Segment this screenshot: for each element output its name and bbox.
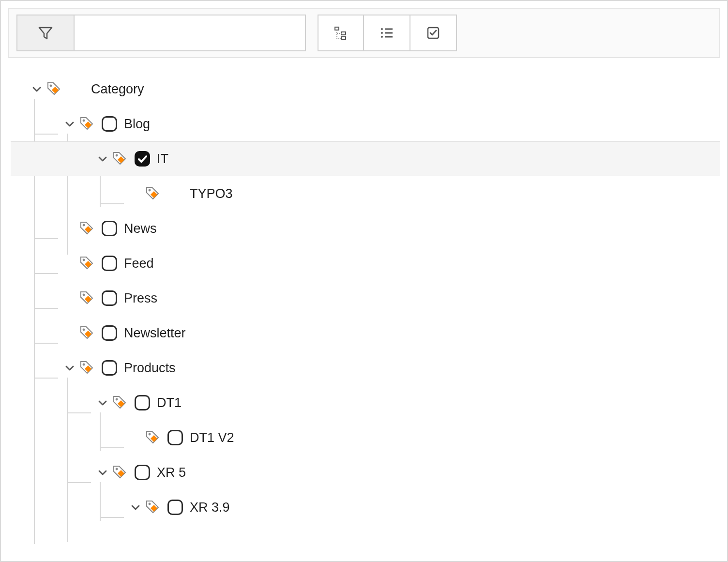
tree-node-label: XR 5 xyxy=(157,465,186,480)
tag-icon xyxy=(145,500,161,515)
tree-node-label: DT1 V2 xyxy=(190,430,234,445)
chevron-down-icon[interactable] xyxy=(30,82,44,96)
view-button-group xyxy=(318,15,457,51)
tree-node-xr5[interactable]: XR 5 xyxy=(11,455,720,490)
chevron-down-icon[interactable] xyxy=(96,396,109,410)
svg-rect-10 xyxy=(385,36,393,38)
svg-rect-6 xyxy=(385,29,393,30)
tree-node-newsletter[interactable]: Newsletter xyxy=(11,316,720,350)
tree-node-label: Category xyxy=(91,82,144,97)
checkbox[interactable] xyxy=(167,500,183,515)
tree-node-label: DT1 xyxy=(157,395,182,410)
chevron-down-icon[interactable] xyxy=(129,501,142,514)
tag-icon xyxy=(46,81,62,97)
tree-node-label: Feed xyxy=(124,256,154,271)
tag-icon xyxy=(79,221,95,236)
list-view-button[interactable] xyxy=(364,15,410,51)
tree-node-xr39[interactable]: XR 3.9 xyxy=(11,490,720,525)
tree-node-it[interactable]: IT xyxy=(11,141,720,176)
tree-node-products[interactable]: Products xyxy=(11,350,720,385)
tree-node-feed[interactable]: Feed xyxy=(11,246,720,281)
tree-node-typo3[interactable]: TYPO3 xyxy=(11,176,720,211)
tree-node-news[interactable]: News xyxy=(11,211,720,246)
checkbox[interactable] xyxy=(102,360,117,376)
checkbox[interactable] xyxy=(167,430,183,445)
chevron-down-icon[interactable] xyxy=(96,152,109,166)
checkbox[interactable] xyxy=(102,290,117,306)
category-tree-panel: Category Blog IT TYPO3 News xyxy=(0,0,728,562)
tag-icon xyxy=(145,186,161,201)
checkbox-checked[interactable] xyxy=(135,151,150,167)
list-view-icon xyxy=(379,26,394,40)
tag-icon xyxy=(79,116,95,132)
checkbox[interactable] xyxy=(102,256,117,271)
tag-icon xyxy=(79,325,95,341)
tag-icon xyxy=(112,465,128,480)
svg-point-9 xyxy=(381,36,383,38)
tree-node-label: XR 3.9 xyxy=(190,500,230,515)
tag-icon xyxy=(79,290,95,306)
tree-node-dt1v2[interactable]: DT1 V2 xyxy=(11,420,720,455)
tree-node-label: Newsletter xyxy=(124,326,186,341)
toolbar xyxy=(8,8,720,58)
svg-rect-8 xyxy=(385,32,393,34)
svg-rect-2 xyxy=(335,27,339,30)
chevron-down-icon[interactable] xyxy=(96,466,109,479)
chevron-down-icon[interactable] xyxy=(63,361,76,375)
tag-icon xyxy=(112,395,128,410)
tree-node-label: Blog xyxy=(124,117,150,132)
tree-view-icon xyxy=(333,25,349,41)
svg-rect-3 xyxy=(342,32,346,35)
tree-node-category[interactable]: Category xyxy=(11,72,720,106)
chevron-down-icon[interactable] xyxy=(63,117,76,131)
tree-view-button[interactable] xyxy=(318,15,364,51)
tree-node-label: Press xyxy=(124,291,157,306)
checkbox[interactable] xyxy=(135,395,150,410)
svg-point-5 xyxy=(381,28,383,30)
filter-group xyxy=(16,15,306,51)
tree-node-label: Products xyxy=(124,361,176,376)
checkbox-icon xyxy=(426,26,440,40)
svg-rect-4 xyxy=(342,37,346,40)
tree-node-label: TYPO3 xyxy=(190,186,233,201)
funnel-icon xyxy=(37,25,54,41)
tree-node-press[interactable]: Press xyxy=(11,281,720,316)
svg-point-7 xyxy=(381,32,383,34)
filter-input[interactable] xyxy=(75,15,305,50)
tree-node-label: IT xyxy=(157,152,168,167)
checkbox[interactable] xyxy=(102,221,117,236)
tree-node-dt1[interactable]: DT1 xyxy=(11,385,720,420)
tag-icon xyxy=(112,151,128,167)
tree-node-label: News xyxy=(124,221,157,236)
checkbox[interactable] xyxy=(102,325,117,341)
category-tree: Category Blog IT TYPO3 News xyxy=(8,72,720,525)
tree-node-blog[interactable]: Blog xyxy=(11,106,720,141)
tag-icon xyxy=(79,256,95,271)
filter-button[interactable] xyxy=(17,15,75,50)
tag-icon xyxy=(145,430,161,445)
toggle-check-button[interactable] xyxy=(410,15,457,51)
checkbox[interactable] xyxy=(135,465,150,480)
checkbox[interactable] xyxy=(102,116,117,132)
tag-icon xyxy=(79,360,95,376)
